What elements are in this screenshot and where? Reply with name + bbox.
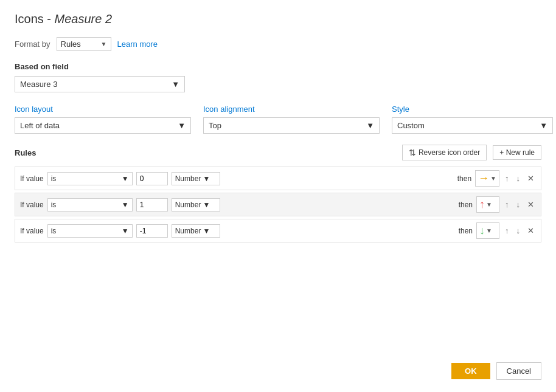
rule-1-delete-button[interactable]: ✕ xyxy=(526,199,536,210)
rule-1-condition-arrow: ▼ xyxy=(122,201,129,209)
rule-1-then-label: then xyxy=(459,201,473,209)
rule-2-icon-arrow: ↓ xyxy=(479,224,485,237)
based-on-field-select[interactable]: Measure 3 ▼ xyxy=(15,76,185,92)
rule-0-icon-button[interactable]: → ▼ xyxy=(475,170,499,187)
style-arrow: ▼ xyxy=(540,121,547,130)
style-select[interactable]: Custom ▼ xyxy=(392,117,553,134)
rules-list: If value is ▼ Number ▼ then → ▼ ↑ ↓ ✕ If… xyxy=(15,167,541,242)
rule-row-0: If value is ▼ Number ▼ then → ▼ ↑ ↓ ✕ xyxy=(15,167,541,190)
rule-0-icon-dropdown-arrow: ▼ xyxy=(490,175,496,182)
rule-row-1: If value is ▼ Number ▼ then ↑ ▼ ↑ ↓ ✕ xyxy=(15,193,541,216)
format-by-row: Format by Rules ▼ Learn more xyxy=(15,37,541,51)
icon-alignment-arrow: ▼ xyxy=(366,121,374,130)
rule-row-2: If value is ▼ Number ▼ then ↓ ▼ ↑ ↓ ✕ xyxy=(15,219,541,242)
rule-1-move-down-button[interactable]: ↓ xyxy=(515,199,523,210)
format-by-arrow: ▼ xyxy=(101,41,107,47)
footer-buttons: OK Cancel xyxy=(451,362,541,380)
ok-button[interactable]: OK xyxy=(451,363,490,379)
rule-2-condition-arrow: ▼ xyxy=(122,227,129,235)
rule-0-then-label: then xyxy=(457,174,471,183)
based-on-field-section: Based on field Measure 3 ▼ xyxy=(15,62,541,92)
rule-2-condition-select[interactable]: is ▼ xyxy=(47,224,133,238)
reverse-icon-order-button[interactable]: ⇅ Reverse icon order xyxy=(402,145,487,160)
rule-0-move-up-button[interactable]: ↑ xyxy=(503,173,511,184)
rule-2-type-select[interactable]: Number ▼ xyxy=(172,224,220,238)
style-label: Style xyxy=(392,105,553,114)
based-on-field-arrow: ▼ xyxy=(172,80,179,89)
rule-0-if-label: If value xyxy=(20,174,44,183)
page-container: Icons - Measure 2 Format by Rules ▼ Lear… xyxy=(0,0,556,392)
icon-layout-label: Icon layout xyxy=(15,105,191,114)
new-rule-button[interactable]: + New rule xyxy=(493,145,541,160)
rule-2-move-down-button[interactable]: ↓ xyxy=(515,225,523,236)
rule-1-type-arrow: ▼ xyxy=(203,201,210,209)
icon-layout-arrow: ▼ xyxy=(178,121,186,130)
format-by-select[interactable]: Rules ▼ xyxy=(57,37,111,51)
format-by-label: Format by xyxy=(15,40,50,49)
rule-1-move-up-button[interactable]: ↑ xyxy=(503,199,511,210)
page-title: Icons - Measure 2 xyxy=(15,12,541,26)
rule-1-icon-dropdown-arrow: ▼ xyxy=(486,201,492,208)
icon-alignment-label: Icon alignment xyxy=(203,105,380,114)
rule-0-icon-arrow: → xyxy=(478,172,489,185)
rule-1-if-label: If value xyxy=(20,201,44,209)
icon-layout-group: Icon layout Left of data ▼ xyxy=(15,105,191,134)
rules-header: Rules ⇅ Reverse icon order + New rule xyxy=(15,145,541,160)
rule-1-value-input[interactable] xyxy=(136,198,168,211)
rules-actions: ⇅ Reverse icon order + New rule xyxy=(402,145,541,160)
rule-0-condition-arrow: ▼ xyxy=(122,174,129,183)
rule-1-condition-select[interactable]: is ▼ xyxy=(47,198,133,211)
rule-0-delete-button[interactable]: ✕ xyxy=(526,173,536,184)
rule-2-value-input[interactable] xyxy=(136,224,168,238)
icon-alignment-group: Icon alignment Top ▼ xyxy=(203,105,380,134)
rule-0-condition-select[interactable]: is ▼ xyxy=(47,172,133,185)
rule-0-move-down-button[interactable]: ↓ xyxy=(515,173,523,184)
rule-0-type-select[interactable]: Number ▼ xyxy=(172,172,220,185)
rule-0-type-arrow: ▼ xyxy=(203,174,210,183)
icon-alignment-select[interactable]: Top ▼ xyxy=(203,117,380,134)
rule-2-if-label: If value xyxy=(20,227,44,235)
rule-2-icon-dropdown-arrow: ▼ xyxy=(486,227,492,234)
layout-alignment-style-row: Icon layout Left of data ▼ Icon alignmen… xyxy=(15,105,541,134)
learn-more-link[interactable]: Learn more xyxy=(117,40,158,49)
rule-1-icon-button[interactable]: ↑ ▼ xyxy=(476,196,499,213)
style-group: Style Custom ▼ xyxy=(392,105,553,134)
rule-2-move-up-button[interactable]: ↑ xyxy=(503,225,511,236)
rule-2-then-label: then xyxy=(459,227,473,235)
rule-2-type-arrow: ▼ xyxy=(203,227,210,235)
rule-2-icon-button[interactable]: ↓ ▼ xyxy=(476,222,499,239)
rules-label: Rules xyxy=(15,148,36,157)
reverse-icon-order-icon: ⇅ xyxy=(409,148,416,157)
icon-layout-select[interactable]: Left of data ▼ xyxy=(15,117,191,134)
cancel-button[interactable]: Cancel xyxy=(496,362,541,380)
rule-0-value-input[interactable] xyxy=(136,172,168,185)
rule-1-type-select[interactable]: Number ▼ xyxy=(172,198,220,211)
based-on-field-label: Based on field xyxy=(15,62,541,71)
rule-2-delete-button[interactable]: ✕ xyxy=(526,225,536,236)
rule-1-icon-arrow: ↑ xyxy=(479,198,485,211)
